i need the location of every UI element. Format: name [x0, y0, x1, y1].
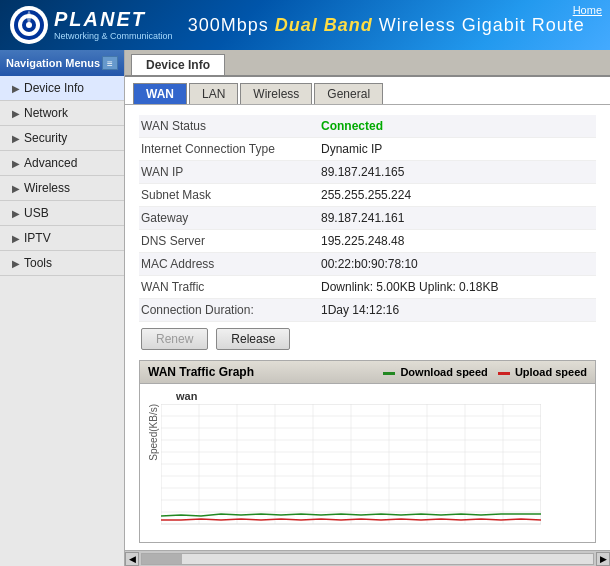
sidebar-item-device-info[interactable]: ▶ Device Info: [0, 76, 124, 101]
sidebar-item-usb[interactable]: ▶ USB: [0, 201, 124, 226]
sidebar-item-label: Tools: [24, 256, 52, 270]
arrow-icon: ▶: [12, 233, 20, 244]
tab-lan[interactable]: LAN: [189, 83, 238, 104]
logo-text: PLANET: [54, 8, 173, 31]
row-value: Downlink: 5.00KB Uplink: 0.18KB: [321, 280, 498, 294]
sidebar-header: Navigation Menus ≡: [0, 50, 124, 76]
sidebar-item-tools[interactable]: ▶ Tools: [0, 251, 124, 276]
legend-download-label: Download speed: [400, 366, 487, 378]
table-row: WAN Status Connected: [139, 115, 596, 138]
table-row: Gateway 89.187.241.161: [139, 207, 596, 230]
sidebar-toggle-icon[interactable]: ≡: [102, 56, 118, 70]
row-label: MAC Address: [141, 257, 321, 271]
tab-wan[interactable]: WAN: [133, 83, 187, 104]
sidebar-title: Navigation Menus: [6, 57, 100, 69]
inner-tabs: WAN LAN Wireless General: [133, 83, 602, 104]
row-value: Connected: [321, 119, 383, 133]
sidebar-item-label: Wireless: [24, 181, 70, 195]
sidebar-item-label: USB: [24, 206, 49, 220]
arrow-icon: ▶: [12, 183, 20, 194]
downlink-value: 5.00KB: [376, 280, 415, 294]
row-label: DNS Server: [141, 234, 321, 248]
table-row: WAN Traffic Downlink: 5.00KB Uplink: 0.1…: [139, 276, 596, 299]
scroll-left-button[interactable]: ◀: [125, 552, 139, 566]
arrow-icon: ▶: [12, 83, 20, 94]
row-value: 1Day 14:12:16: [321, 303, 399, 317]
traffic-downlink-label: Downlink:: [321, 280, 376, 294]
row-label: WAN Status: [141, 119, 321, 133]
tab-device-info[interactable]: Device Info: [131, 54, 225, 75]
graph-svg-area: Speed(KB/s): [148, 404, 587, 534]
scrollbar-thumb[interactable]: [142, 554, 182, 564]
content-tabs-bar: Device Info: [125, 50, 610, 77]
logo-icon: [10, 6, 48, 44]
row-value: 195.225.248.48: [321, 234, 404, 248]
arrow-icon: ▶: [12, 258, 20, 269]
row-value: 255.255.255.224: [321, 188, 411, 202]
sidebar-item-wireless[interactable]: ▶ Wireless: [0, 176, 124, 201]
table-row: MAC Address 00:22:b0:90:78:10: [139, 253, 596, 276]
uplink-value: 0.18KB: [459, 280, 498, 294]
sidebar-item-network[interactable]: ▶ Network: [0, 101, 124, 126]
page-header: PLANET Networking & Communication 300Mbp…: [0, 0, 610, 50]
row-label: Gateway: [141, 211, 321, 225]
row-label: Connection Duration:: [141, 303, 321, 317]
row-value: 89.187.241.161: [321, 211, 404, 225]
sidebar-item-security[interactable]: ▶ Security: [0, 126, 124, 151]
graph-container: WAN Traffic Graph Download speed Upload …: [139, 360, 596, 543]
graph-legend: Download speed Upload speed: [383, 366, 587, 378]
sidebar-item-label: IPTV: [24, 231, 51, 245]
table-row: Connection Duration: 1Day 14:12:16: [139, 299, 596, 322]
sidebar-item-label: Advanced: [24, 156, 77, 170]
row-value: Dynamic IP: [321, 142, 382, 156]
table-row: Subnet Mask 255.255.255.224: [139, 184, 596, 207]
table-row: DNS Server 195.225.248.48: [139, 230, 596, 253]
arrow-icon: ▶: [12, 208, 20, 219]
table-row: WAN IP 89.187.241.165: [139, 161, 596, 184]
graph-subtitle: wan: [148, 388, 587, 404]
main-layout: Navigation Menus ≡ ▶ Device Info ▶ Netwo…: [0, 50, 610, 566]
release-button[interactable]: Release: [216, 328, 290, 350]
scrollbar-track[interactable]: [141, 553, 594, 565]
row-label: Subnet Mask: [141, 188, 321, 202]
logo-subtext: Networking & Communication: [54, 31, 173, 42]
content-area: Device Info WAN LAN Wireless General WAN…: [125, 50, 610, 566]
sidebar-item-label: Network: [24, 106, 68, 120]
row-value: 89.187.241.165: [321, 165, 404, 179]
sidebar-item-iptv[interactable]: ▶ IPTV: [0, 226, 124, 251]
traffic-uplink-label: Uplink:: [419, 280, 459, 294]
scrollbar-area: ◀ ▶: [125, 550, 610, 566]
sidebar-item-label: Security: [24, 131, 67, 145]
graph-body: wan Speed(KB/s): [140, 384, 595, 542]
scroll-right-button[interactable]: ▶: [596, 552, 610, 566]
tab-general[interactable]: General: [314, 83, 383, 104]
inner-tabs-area: WAN LAN Wireless General: [125, 77, 610, 105]
page-title: 300Mbps Dual Band Wireless Gigabit Route: [173, 15, 600, 36]
row-label: WAN Traffic: [141, 280, 321, 294]
data-panel: WAN Status Connected Internet Connection…: [125, 105, 610, 550]
button-row: Renew Release: [139, 322, 596, 356]
legend-item: Download speed: [383, 366, 487, 378]
table-row: Internet Connection Type Dynamic IP: [139, 138, 596, 161]
sidebar: Navigation Menus ≡ ▶ Device Info ▶ Netwo…: [0, 50, 125, 566]
row-label: Internet Connection Type: [141, 142, 321, 156]
row-label: WAN IP: [141, 165, 321, 179]
arrow-icon: ▶: [12, 158, 20, 169]
sidebar-item-label: Device Info: [24, 81, 84, 95]
sidebar-item-advanced[interactable]: ▶ Advanced: [0, 151, 124, 176]
graph-header: WAN Traffic Graph Download speed Upload …: [140, 361, 595, 384]
graph-title: WAN Traffic Graph: [148, 365, 254, 379]
traffic-chart: 100 90 80 70 60 50 40 30 20 10 0: [161, 404, 541, 534]
arrow-icon: ▶: [12, 133, 20, 144]
tab-wireless[interactable]: Wireless: [240, 83, 312, 104]
legend-item: Upload speed: [498, 366, 587, 378]
row-value: 00:22:b0:90:78:10: [321, 257, 418, 271]
arrow-icon: ▶: [12, 108, 20, 119]
home-link[interactable]: Home: [573, 4, 602, 16]
logo-area: PLANET Networking & Communication: [10, 6, 173, 44]
renew-button[interactable]: Renew: [141, 328, 208, 350]
y-axis-label: Speed(KB/s): [148, 404, 159, 461]
legend-upload-label: Upload speed: [515, 366, 587, 378]
